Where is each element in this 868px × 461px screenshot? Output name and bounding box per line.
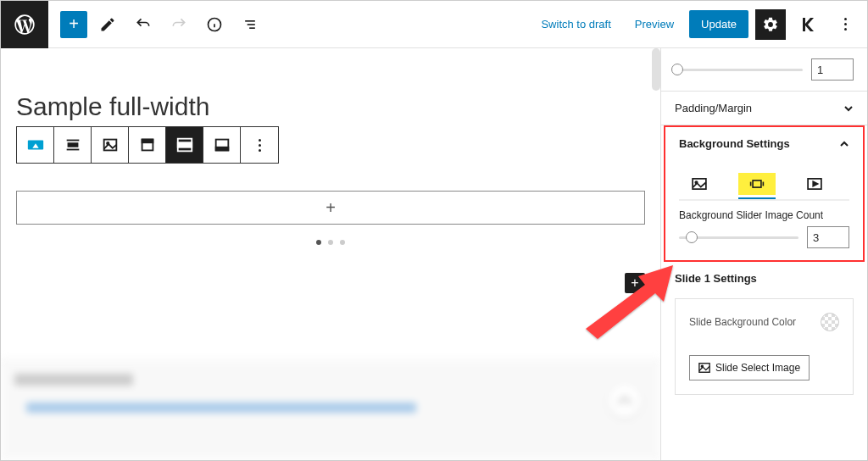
blurred-content [1, 358, 660, 460]
settings-toggle[interactable] [755, 9, 786, 40]
color-swatch-transparent[interactable] [821, 313, 839, 331]
toolbar-align-icon[interactable] [54, 127, 92, 163]
bg-count-slider[interactable] [679, 236, 798, 239]
bg-tab-video[interactable] [796, 170, 833, 199]
pager-dots [1, 240, 660, 245]
toolbar-fullwidth-icon[interactable] [166, 127, 203, 163]
slider-value-input[interactable]: 1 [811, 58, 854, 81]
top-slider-row: 1 [675, 58, 854, 81]
edit-icon[interactable] [92, 9, 123, 40]
switch-to-draft-link[interactable]: Switch to draft [532, 13, 619, 36]
slide-select-image-button[interactable]: Slide Select Image [689, 355, 810, 380]
preview-link[interactable]: Preview [626, 13, 682, 36]
panel-title: Padding/Margin [675, 102, 752, 114]
background-settings-panel[interactable]: Background Settings [679, 137, 849, 150]
svg-rect-13 [142, 140, 153, 143]
bg-tab-slider[interactable] [738, 170, 776, 199]
more-options-button[interactable] [830, 9, 860, 40]
button-label: Slide Select Image [715, 362, 800, 374]
toolbar-row-icon[interactable] [17, 127, 54, 163]
toolbar-more-icon[interactable] [241, 127, 278, 163]
bg-count-label: Background Slider Image Count [665, 201, 863, 226]
background-settings-highlight: Background Settings Background Sl [664, 125, 865, 262]
chevron-down-icon [843, 103, 854, 114]
slider-handle[interactable] [671, 64, 683, 75]
slider-handle[interactable] [686, 231, 698, 243]
scrollbar[interactable] [652, 48, 660, 91]
plus-icon: + [631, 275, 638, 291]
bg-tab-image[interactable] [681, 170, 718, 199]
block-title: Sample full-width [1, 48, 660, 126]
slide1-title: Slide 1 Settings [675, 272, 854, 285]
slide-bgcolor-label: Slide Background Color [689, 316, 796, 328]
svg-rect-20 [753, 181, 761, 187]
svg-rect-8 [68, 143, 77, 147]
svg-marker-24 [813, 181, 817, 186]
back-to-top-button[interactable] [608, 384, 642, 418]
svg-rect-17 [215, 147, 228, 151]
add-block-inside[interactable]: + [16, 191, 645, 225]
redo-icon [164, 9, 194, 40]
list-view-icon[interactable] [235, 9, 265, 40]
panel-title: Background Settings [679, 137, 790, 150]
block-toolbar [16, 126, 279, 164]
toolbar-wide-icon[interactable] [203, 127, 241, 163]
wp-logo[interactable] [1, 1, 48, 48]
chevron-up-icon [839, 139, 849, 149]
toolbar-box-icon[interactable] [129, 127, 166, 163]
slider-track[interactable] [675, 69, 803, 71]
editor-canvas[interactable]: Sample full-width [1, 48, 660, 460]
bg-count-input[interactable]: 3 [807, 226, 849, 248]
undo-icon[interactable] [128, 9, 159, 40]
add-block-button[interactable]: + [60, 11, 87, 38]
svg-rect-15 [177, 142, 192, 147]
plus-icon: + [326, 198, 336, 218]
padding-margin-panel[interactable]: Padding/Margin [675, 102, 854, 114]
kadence-icon[interactable] [793, 9, 823, 40]
add-block-after-button[interactable]: + [625, 273, 645, 293]
toolbar-image-icon[interactable] [92, 127, 129, 163]
info-icon[interactable] [199, 9, 230, 40]
update-button[interactable]: Update [689, 10, 748, 38]
